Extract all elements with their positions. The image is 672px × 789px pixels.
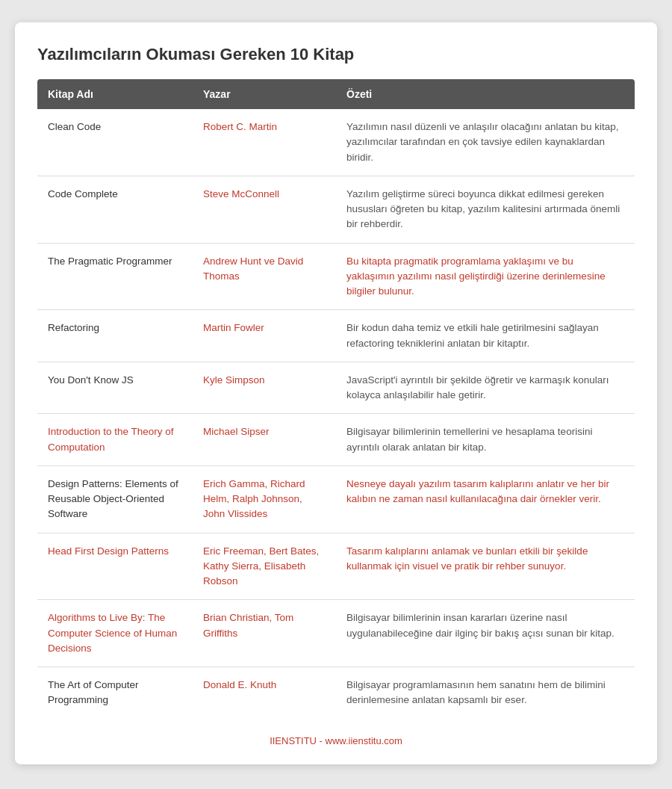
book-summary: Bilgisayar programlamasının hem sanatını… <box>336 667 635 719</box>
table-row: The Pragmatic ProgrammerAndrew Hunt ve D… <box>37 243 635 310</box>
book-summary: Tasarım kalıplarını anlamak ve bunları e… <box>336 533 635 600</box>
book-title: Code Complete <box>37 176 193 243</box>
table-row: Clean CodeRobert C. MartinYazılımın nası… <box>37 109 635 176</box>
book-summary: Bilgisayar bilimlerinin insan kararları … <box>336 600 635 667</box>
book-title: The Art of Computer Programming <box>37 667 193 719</box>
table-row: The Art of Computer ProgrammingDonald E.… <box>37 667 635 719</box>
main-card: Yazılımcıların Okuması Gereken 10 Kitap … <box>15 22 657 764</box>
book-summary: Yazılımın nasıl düzenli ve anlaşılır ola… <box>336 109 635 176</box>
book-summary: Nesneye dayalı yazılım tasarım kalıpları… <box>336 465 635 533</box>
book-title: Introduction to the Theory of Computatio… <box>37 414 193 466</box>
book-title: Design Patterns: Elements of Reusable Ob… <box>37 465 193 533</box>
book-summary: Bu kitapta pragmatik programlama yaklaşı… <box>336 243 635 310</box>
book-author: Michael Sipser <box>193 414 336 466</box>
book-title: Head First Design Patterns <box>37 533 193 600</box>
col-header-author: Yazar <box>193 79 336 109</box>
books-table: Kitap Adı Yazar Özeti Clean CodeRobert C… <box>37 79 635 719</box>
book-author: Andrew Hunt ve David Thomas <box>193 243 336 310</box>
book-author: Erich Gamma, Richard Helm, Ralph Johnson… <box>193 465 336 533</box>
table-row: Code CompleteSteve McConnellYazılım geli… <box>37 176 635 243</box>
book-summary: Yazılım geliştirme süreci boyunca dikkat… <box>336 176 635 243</box>
table-row: Introduction to the Theory of Computatio… <box>37 414 635 466</box>
book-author: Steve McConnell <box>193 176 336 243</box>
book-author: Martin Fowler <box>193 310 336 362</box>
book-summary: JavaScript'i ayrıntılı bir şekilde öğret… <box>336 362 635 414</box>
col-header-summary: Özeti <box>336 79 635 109</box>
table-row: Algorithms to Live By: The Computer Scie… <box>37 600 635 667</box>
book-author: Donald E. Knuth <box>193 667 336 719</box>
footer-text: IIENSTITU - www.iienstitu.com <box>37 735 635 746</box>
book-author: Robert C. Martin <box>193 109 336 176</box>
col-header-title: Kitap Adı <box>37 79 193 109</box>
table-row: RefactoringMartin FowlerBir kodun daha t… <box>37 310 635 362</box>
book-summary: Bilgisayar bilimlerinin temellerini ve h… <box>336 414 635 466</box>
book-author: Kyle Simpson <box>193 362 336 414</box>
table-header-row: Kitap Adı Yazar Özeti <box>37 79 635 109</box>
book-title: Algorithms to Live By: The Computer Scie… <box>37 600 193 667</box>
table-row: Design Patterns: Elements of Reusable Ob… <box>37 465 635 533</box>
book-title: You Don't Know JS <box>37 362 193 414</box>
table-row: You Don't Know JSKyle SimpsonJavaScript'… <box>37 362 635 414</box>
page-title: Yazılımcıların Okuması Gereken 10 Kitap <box>37 45 635 64</box>
book-title: The Pragmatic Programmer <box>37 243 193 310</box>
book-author: Eric Freeman, Bert Bates, Kathy Sierra, … <box>193 533 336 600</box>
book-summary: Bir kodun daha temiz ve etkili hale geti… <box>336 310 635 362</box>
table-row: Head First Design PatternsEric Freeman, … <box>37 533 635 600</box>
book-author: Brian Christian, Tom Griffiths <box>193 600 336 667</box>
book-title: Refactoring <box>37 310 193 362</box>
book-title: Clean Code <box>37 109 193 176</box>
